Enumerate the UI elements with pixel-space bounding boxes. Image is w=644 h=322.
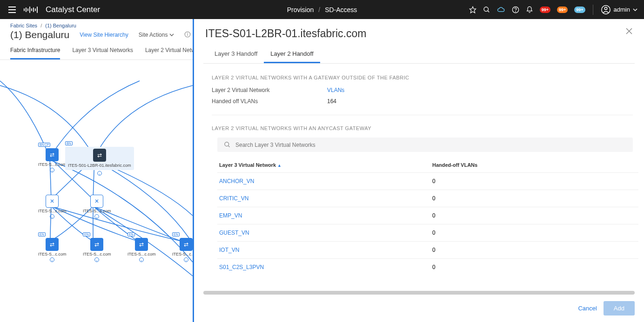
kv-l2-vn: Layer 2 Virtual Network VLANs	[212, 87, 633, 93]
site-actions-dropdown[interactable]: Site Actions	[139, 32, 174, 38]
vlans-link[interactable]: VLANs	[327, 87, 344, 93]
star-icon[interactable]	[469, 6, 476, 13]
add-button[interactable]: Add	[604, 301, 635, 315]
panel-header: ITES-S01-L2BR-01.itesfabric.com	[194, 19, 644, 46]
search-box[interactable]	[217, 138, 633, 152]
vn-link[interactable]: GUEST_VN	[217, 224, 430, 242]
cancel-button[interactable]: Cancel	[578, 305, 597, 312]
vn-link[interactable]: S01_C2S_L3PVN	[217, 259, 430, 276]
panel-title: ITES-S01-L2BR-01.itesfabric.com	[205, 27, 366, 40]
crumb-sdaccess[interactable]: SD-Access	[325, 6, 357, 13]
vn-link[interactable]: EMP_VN	[217, 207, 430, 224]
table-row: IOT_VN0	[217, 242, 638, 259]
horizontal-scrollbar[interactable]	[203, 291, 635, 295]
crumb-provision[interactable]: Provision	[287, 6, 314, 13]
section-header-external-gw: Layer 2 Virtual Networks with a Gateway …	[212, 75, 633, 80]
expand-icon[interactable]: ⌄	[94, 257, 99, 262]
panel-footer: Cancel Add	[194, 295, 644, 322]
chevron-down-icon	[169, 33, 174, 37]
topo-node[interactable]: EN ⇄ ITES-S...c.com ⌄	[172, 238, 193, 262]
close-icon[interactable]	[625, 27, 633, 37]
tab-l3-handoff[interactable]: Layer 3 Handoff	[215, 46, 264, 63]
svg-line-10	[488, 11, 489, 12]
badge-warning[interactable]: 99+	[557, 7, 568, 13]
topo-node[interactable]: EN ⇄ ITES-S...c.com ⌄	[127, 238, 156, 262]
cisco-logo	[23, 6, 39, 14]
panel-body[interactable]: Layer 2 Virtual Networks with a Gateway …	[194, 64, 644, 289]
kv-handed-off: Handed off VLANs 164	[212, 98, 633, 105]
breadcrumb-center: Provision / SD-Access	[287, 6, 357, 13]
col-l3-vn[interactable]: Layer 3 Virtual Network▲	[217, 158, 430, 173]
divider	[212, 115, 633, 115]
l3-vn-table: Layer 3 Virtual Network▲ Handed-off VLAN…	[217, 158, 638, 276]
user-menu[interactable]: admin	[601, 5, 637, 15]
tab-l2-handoff[interactable]: Layer 2 Handoff	[264, 46, 320, 63]
svg-point-12	[515, 11, 516, 12]
expand-icon[interactable]: ⌄	[50, 214, 54, 219]
global-header: Catalyst Center Provision / SD-Access 99…	[0, 0, 644, 19]
crumb-separator: /	[318, 6, 320, 13]
divider	[593, 5, 593, 15]
expand-icon[interactable]: ⌄	[184, 257, 188, 262]
topo-node-selected[interactable]: BN ⇄ ITES-S01-L2BR-01.itesfabric.com ⌄	[65, 147, 134, 176]
table-row: CRITIC_VN0	[217, 190, 638, 207]
topo-node[interactable]: EN ⇄ ITES-S...c.com ⌄	[38, 238, 67, 262]
table-row: S01_C2S_L3PVN0	[217, 259, 638, 276]
vn-link[interactable]: IOT_VN	[217, 242, 430, 259]
search-input[interactable]	[235, 142, 626, 148]
search-icon	[224, 141, 231, 148]
topo-node[interactable]: ✕ ITES-S...c.com ⌄	[83, 195, 111, 219]
topo-node[interactable]: BNCP ⇄ ITES-S...c.com ⌄	[38, 148, 67, 172]
expand-icon[interactable]: ⌄	[94, 214, 99, 219]
table-row: GUEST_VN0	[217, 224, 638, 242]
svg-line-19	[228, 145, 229, 147]
badge-info[interactable]: 99+	[574, 7, 585, 13]
table-row: ANCHOR_VN0	[217, 173, 638, 190]
app-title: Catalyst Center	[46, 5, 100, 14]
svg-point-18	[225, 142, 229, 146]
expand-icon[interactable]: ⌄	[97, 171, 102, 176]
badge-critical[interactable]: 99+	[540, 7, 550, 13]
user-name: admin	[614, 6, 630, 13]
svg-point-17	[188, 33, 188, 33]
search-icon[interactable]	[483, 6, 490, 13]
svg-point-14	[604, 7, 607, 10]
table-row: EMP_VN0	[217, 207, 638, 224]
topo-node[interactable]: ✕ ITES-S...c.com ⌄	[38, 195, 67, 219]
svg-marker-8	[470, 7, 476, 13]
vn-link[interactable]: ANCHOR_VN	[217, 173, 430, 190]
svg-point-9	[484, 7, 488, 11]
help-icon[interactable]	[512, 6, 519, 13]
menu-icon[interactable]	[7, 5, 18, 15]
bell-icon[interactable]	[526, 6, 533, 13]
device-panel: ITES-S01-L2BR-01.itesfabric.com Layer 3 …	[193, 19, 644, 322]
topology-canvas[interactable]: BNCP ⇄ ITES-S...c.com ⌄ BN ⇄ ITES-S01-L2…	[0, 58, 193, 309]
sort-asc-icon: ▲	[277, 163, 282, 168]
crumb-fabric-sites[interactable]: Fabric Sites	[10, 23, 37, 28]
vn-link[interactable]: CRITIC_VN	[217, 190, 430, 207]
expand-icon[interactable]: ⌄	[139, 257, 144, 262]
chevron-down-icon	[633, 7, 637, 12]
section-header-anycast: Layer 2 Virtual Networks with an Anycast…	[212, 125, 633, 131]
col-handed-off-vlans[interactable]: Handed-off VLANs	[430, 158, 638, 173]
expand-icon[interactable]: ⌄	[50, 257, 54, 262]
topo-node[interactable]: EN ⇄ ITES-S...c.com ⌄	[83, 238, 111, 262]
crumb-site: (1) Bengaluru	[45, 23, 76, 28]
panel-tabs: Layer 3 Handoff Layer 2 Handoff	[203, 46, 635, 64]
header-right: 99+ 99+ 99+ admin	[469, 5, 637, 15]
cloud-icon[interactable]	[497, 6, 505, 13]
info-icon[interactable]	[184, 31, 191, 39]
crumb-sep: /	[40, 23, 42, 28]
site-title: (1) Bengaluru	[10, 29, 69, 40]
expand-icon[interactable]: ⌄	[50, 168, 54, 172]
view-hierarchy-link[interactable]: View Site Hierarchy	[80, 32, 128, 38]
